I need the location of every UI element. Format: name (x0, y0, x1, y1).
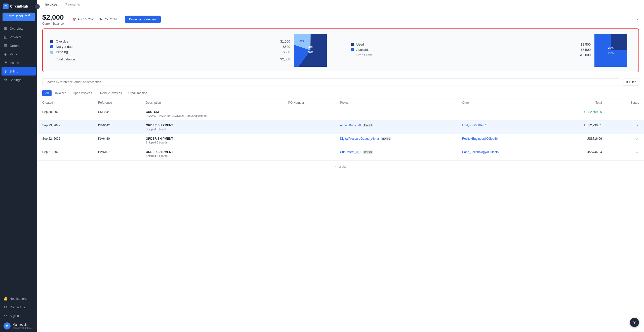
date-range-picker[interactable]: 📅 Apr 16, 2021 · Sep 27, 2024 (69, 16, 120, 23)
logo-icon: C (3, 4, 9, 9)
cell-description: ORDER SHIPMENT Shipped 5 boards (141, 134, 283, 147)
sub-tab-credit-memos[interactable]: Credit memos (125, 90, 150, 96)
table-row: Sep 30, 2023 CM8835 CUSTOM INV6407 · INV… (37, 107, 644, 121)
contact-icon: ✉ (4, 305, 8, 309)
cell-description: CUSTOM INV6407 · INV6420 · JE313323 · 20… (141, 107, 283, 121)
sidebar-item-notifications[interactable]: 🔔 Notifications (0, 294, 37, 303)
sidebar-bottom: 🔔 Notifications ✉ Contact us ↪ Sign out … (0, 292, 37, 332)
cell-project[interactable]: Accel_Buoy_v0 Rev #3 (335, 121, 457, 134)
order-link[interactable]: ResitekEngineer/000fed4b (462, 137, 498, 140)
sidebar-item-label: Contact us (10, 305, 25, 309)
sub-tab-open-invoices[interactable]: Open invoices (70, 90, 95, 96)
cell-reference: INV6442 (93, 121, 141, 134)
svg-text:25%: 25% (608, 46, 614, 49)
summary-divider (341, 34, 341, 67)
cell-order[interactable]: Cana_Technology/000fecf5 (457, 147, 550, 161)
cell-order[interactable]: timdyson/000fed73 (457, 121, 550, 134)
credit-pie-chart: 25% 75% (594, 34, 627, 67)
pending-label: Pending (56, 50, 280, 54)
svg-text:60%: 60% (308, 51, 313, 54)
invoices-table: Created ↑ Reference Description PO Numbe… (37, 98, 644, 161)
sidebar-item-overview[interactable]: ⊞ Overview (0, 24, 37, 33)
date-separator: · (96, 18, 97, 21)
balance-chart: 20% 60% 20% (290, 34, 331, 67)
cell-status: ✓ (607, 147, 644, 161)
table-row: Sep 21, 2022 INV6407 ORDER SHIPMENT Ship… (37, 147, 644, 161)
sidebar-item-projects[interactable]: ◫ Projects (0, 33, 37, 41)
rev-badge: Rev #3 (363, 124, 373, 127)
cell-po-number (283, 107, 335, 121)
sidebar-item-orders[interactable]: ☰ Orders (0, 41, 37, 50)
project-link[interactable]: CupDetect_0_1 (340, 150, 361, 154)
filter-button[interactable]: ⊞ Filter (622, 79, 639, 86)
search-input[interactable] (42, 78, 620, 86)
app-name: CircuitHub (10, 4, 28, 8)
results-footer: 4 results (37, 161, 644, 172)
used-label: Used (356, 43, 364, 46)
used-legend-dot (351, 43, 354, 46)
total-balance-value: $2,500 (280, 57, 290, 61)
tab-invoices[interactable]: Invoices (41, 0, 61, 9)
svg-text:20%: 20% (299, 40, 304, 42)
balance-pie-chart: 20% 60% 20% (294, 34, 327, 67)
tab-payments[interactable]: Payments (61, 0, 84, 9)
sub-tab-invoices[interactable]: Invoices (52, 90, 69, 96)
cell-reference: INV6420 (93, 134, 141, 147)
order-link[interactable]: timdyson/000fed73 (462, 124, 488, 127)
credit-limit-value: $10,000 (579, 53, 591, 57)
cell-project (335, 107, 457, 121)
filter-icon: ⊞ (625, 80, 628, 84)
sidebar-collapse-button[interactable]: ‹ (35, 4, 40, 9)
download-statement-button[interactable]: Download statement (125, 16, 160, 23)
help-button[interactable]: ? (630, 318, 639, 327)
cell-project[interactable]: DigitalPressureGauge_Alpha Rev #1 (335, 134, 457, 147)
sub-tab-overdue-invoices[interactable]: Overdue invoices (95, 90, 125, 96)
user-details: Mannequin testuser-mannequin@circ... (13, 323, 34, 329)
svg-text:75%: 75% (608, 52, 614, 55)
cell-project[interactable]: CupDetect_0_1 Rev #1 (335, 147, 457, 161)
sidebar-item-signout[interactable]: ↪ Sign out (0, 311, 37, 320)
sidebar-item-label: Projects (10, 35, 21, 39)
credit-limit-row: Credit limit $10,000 (351, 53, 591, 57)
avatar: M (4, 322, 11, 329)
cell-description: ORDER SHIPMENT Shipped 8 boards (141, 121, 283, 134)
col-po-number: PO Number (283, 98, 335, 107)
available-value: $7,500 (581, 48, 591, 52)
user-info: M Mannequin testuser-mannequin@circ... (0, 320, 37, 332)
col-description: Description (141, 98, 283, 107)
sidebar-item-label: Overview (10, 27, 23, 30)
sidebar-item-issues[interactable]: ⚑ Issues (0, 58, 37, 67)
cell-order[interactable]: ResitekEngineer/000fed4b (457, 134, 550, 147)
calendar-icon: 📅 (72, 18, 76, 21)
cell-order (457, 107, 550, 121)
sidebar-item-billing[interactable]: $ Billing (2, 67, 36, 76)
sub-tab-all[interactable]: All (42, 90, 52, 96)
workspace-badge[interactable]: staging-playground-ops (3, 13, 35, 21)
col-total: Total (550, 98, 607, 107)
summary-card: Overdue $1,500 Not yet due $500 Pending … (42, 28, 639, 72)
billing-icon: $ (4, 69, 8, 73)
credit-limit-label: Credit limit (351, 53, 372, 57)
sidebar-item-contact[interactable]: ✉ Contact us (0, 303, 37, 311)
balance-section: $2,000 Current balance (42, 13, 64, 25)
chevron-down-icon[interactable]: ▾ (635, 17, 639, 22)
table-header-row: Created ↑ Reference Description PO Numbe… (37, 98, 644, 107)
sidebar-item-label: Notifications (10, 297, 27, 301)
project-link[interactable]: DigitalPressureGauge_Alpha (340, 137, 379, 140)
credit-breakdown: Used $2,500 Available $7,500 Credit limi… (351, 43, 591, 58)
sub-tabs: All Invoices Open invoices Overdue invoi… (37, 88, 644, 98)
sidebar-item-settings[interactable]: ⚙ Settings (0, 76, 37, 84)
overview-icon: ⊞ (4, 26, 8, 30)
sidebar-item-parts[interactable]: ◈ Parts (0, 50, 37, 58)
available-row: Available $7,500 (351, 48, 591, 52)
credit-chart: 25% 75% (591, 34, 631, 67)
notifications-icon: 🔔 (4, 297, 8, 301)
sidebar-item-label: Orders (10, 44, 20, 48)
order-link[interactable]: Cana_Technology/000fecf5 (462, 150, 499, 154)
col-status: Status (607, 98, 644, 107)
col-created[interactable]: Created ↑ (37, 98, 93, 107)
orders-icon: ☰ (4, 44, 8, 48)
project-link[interactable]: Accel_Buoy_v0 (340, 124, 361, 127)
issues-icon: ⚑ (4, 61, 8, 65)
projects-icon: ◫ (4, 35, 8, 39)
